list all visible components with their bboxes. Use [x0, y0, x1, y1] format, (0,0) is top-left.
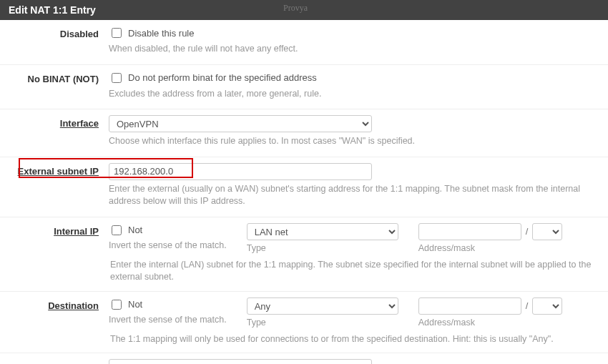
panel-title: Edit NAT 1:1 Entry — [9, 4, 96, 16]
slash-separator: / — [521, 226, 533, 237]
internal-not-help: Invert the sense of the match. — [109, 240, 227, 250]
destination-mask-select[interactable] — [532, 297, 562, 315]
label-internal: Internal IP — [9, 223, 109, 237]
interface-help: Choose which interface this rule applies… — [109, 135, 599, 148]
label-external: External subnet IP — [9, 163, 109, 177]
row-description: Description A description may be entered… — [0, 353, 608, 364]
row-disabled: Disabled Disable this rule When disabled… — [0, 20, 608, 65]
label-disabled: Disabled — [9, 26, 109, 39]
panel-header: Edit NAT 1:1 Entry Provya — [0, 0, 608, 20]
label-description: Description — [9, 359, 109, 364]
destination-not-label[interactable]: Not — [128, 299, 142, 310]
row-nobinat: No BINAT (NOT) Do not perform binat for … — [0, 65, 608, 110]
destination-not-checkbox[interactable] — [112, 300, 122, 310]
row-internal: Internal IP Not Invert the sense of the … — [0, 217, 608, 256]
destination-addr-label: Address/mask — [418, 318, 563, 328]
nobinat-checkbox-label[interactable]: Do not perform binat for the specified a… — [128, 72, 317, 83]
slash-separator-2: / — [521, 300, 533, 311]
label-nobinat: No BINAT (NOT) — [9, 71, 109, 84]
internal-help: Enter the internal (LAN) subnet for the … — [0, 256, 608, 292]
label-destination: Destination — [9, 297, 109, 311]
internal-not-label[interactable]: Not — [128, 225, 142, 235]
interface-select[interactable]: OpenVPN — [109, 115, 372, 132]
disabled-help: When disabled, the rule will not have an… — [109, 43, 599, 56]
internal-mask-select[interactable] — [532, 223, 562, 240]
internal-addr-label: Address/mask — [418, 243, 563, 253]
nobinat-checkbox[interactable] — [112, 73, 122, 83]
row-interface: Interface OpenVPN Choose which interface… — [0, 109, 608, 157]
destination-not-help: Invert the sense of the match. — [109, 315, 227, 325]
form: Disabled Disable this rule When disabled… — [0, 20, 608, 364]
internal-not-checkbox[interactable] — [112, 225, 122, 235]
destination-type-select[interactable]: Any — [247, 297, 398, 315]
destination-type-label: Type — [247, 318, 398, 328]
label-interface: Interface — [9, 115, 109, 129]
disabled-checkbox[interactable] — [112, 28, 122, 38]
internal-address-input[interactable] — [418, 223, 521, 240]
description-input[interactable] — [109, 359, 372, 364]
row-external: External subnet IP Enter the external (u… — [0, 157, 608, 217]
destination-help: The 1:1 mapping will only be used for co… — [0, 330, 608, 354]
external-help: Enter the external (usually on a WAN) su… — [109, 183, 599, 208]
internal-type-label: Type — [247, 243, 398, 253]
watermark: Provya — [283, 3, 308, 14]
internal-type-select[interactable]: LAN net — [247, 223, 398, 240]
nobinat-help: Excludes the address from a later, more … — [109, 88, 599, 101]
external-input[interactable] — [109, 163, 372, 180]
destination-address-input[interactable] — [418, 297, 521, 315]
row-destination: Destination Not Invert the sense of the … — [0, 292, 608, 330]
disabled-checkbox-label[interactable]: Disable this rule — [128, 28, 195, 39]
